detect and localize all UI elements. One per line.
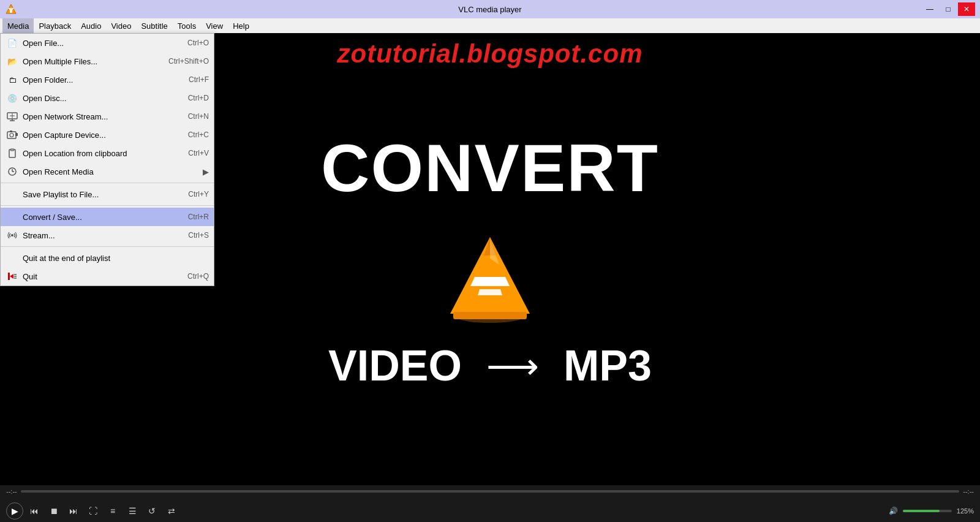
playlist-button[interactable]: ☰ bbox=[124, 502, 141, 520]
volume-label: 125% bbox=[957, 507, 974, 515]
play-button[interactable]: ▶ bbox=[6, 502, 23, 520]
menu-help[interactable]: Help bbox=[228, 18, 254, 33]
time-right: --:-- bbox=[963, 488, 974, 495]
next-button[interactable]: ⏭ bbox=[65, 502, 82, 520]
menu-media[interactable]: Media bbox=[2, 18, 34, 33]
svg-marker-26 bbox=[470, 277, 510, 286]
menu-open-disc[interactable]: 💿 Open Disc... Ctrl+D bbox=[1, 89, 214, 107]
menubar: Media Playback Audio Video Subtitle Tool… bbox=[0, 18, 980, 33]
svg-point-10 bbox=[10, 134, 13, 137]
controlbar: --:-- --:-- ▶ ⏮ ⏹ ⏭ ⛶ ≡ ☰ ↺ ⇄ 🔊 125% bbox=[0, 485, 980, 522]
close-button[interactable]: ✕ bbox=[958, 2, 975, 16]
open-capture-label: Open Capture Device... bbox=[23, 130, 176, 140]
quit-label: Quit bbox=[23, 272, 175, 281]
video-label: VIDEO bbox=[328, 341, 462, 390]
submenu-arrow: ▶ bbox=[203, 167, 209, 176]
open-capture-shortcut: Ctrl+C bbox=[188, 130, 209, 139]
menu-open-multiple[interactable]: 📂 Open Multiple Files... Ctrl+Shift+O bbox=[1, 52, 214, 70]
svg-rect-11 bbox=[10, 130, 12, 132]
menu-view[interactable]: View bbox=[201, 18, 228, 33]
folder-icon: 🗀 bbox=[6, 74, 19, 86]
convert-icon bbox=[6, 211, 19, 223]
volume-fill bbox=[903, 510, 940, 512]
vlc-cone bbox=[441, 225, 539, 323]
shuffle-button[interactable]: ⇄ bbox=[163, 502, 180, 520]
stream-shortcut: Ctrl+S bbox=[188, 231, 209, 240]
stop-button[interactable]: ⏹ bbox=[45, 502, 62, 520]
stream-label: Stream... bbox=[23, 231, 176, 240]
menu-open-capture[interactable]: Open Capture Device... Ctrl+C bbox=[1, 126, 214, 144]
loop-button[interactable]: ↺ bbox=[143, 502, 160, 520]
open-multiple-label: Open Multiple Files... bbox=[23, 57, 156, 66]
quit-end-icon bbox=[6, 252, 19, 264]
svg-point-18 bbox=[11, 234, 13, 236]
svg-rect-2 bbox=[9, 8, 13, 9]
window-title: VLC media player bbox=[458, 5, 521, 14]
maximize-button[interactable]: □ bbox=[940, 2, 957, 16]
clipboard-icon bbox=[6, 147, 19, 159]
svg-rect-19 bbox=[8, 273, 10, 280]
menu-subtitle[interactable]: Subtitle bbox=[136, 18, 172, 33]
volume-track[interactable] bbox=[903, 510, 952, 512]
quit-end-label: Quit at the end of playlist bbox=[23, 254, 197, 263]
menu-open-file[interactable]: 📄 Open File... Ctrl+O bbox=[1, 34, 214, 52]
open-recent-label: Open Recent Media bbox=[23, 167, 203, 176]
open-network-shortcut: Ctrl+N bbox=[188, 112, 209, 121]
menu-open-recent[interactable]: Open Recent Media ▶ bbox=[1, 162, 214, 181]
file-icon: 📄 bbox=[6, 37, 19, 49]
titlebar: VLC media player — □ ✕ bbox=[0, 0, 980, 18]
vlc-app-icon bbox=[5, 3, 17, 15]
tutorial-watermark: zotutorial.blogspot.com bbox=[337, 39, 643, 69]
open-clipboard-label: Open Location from clipboard bbox=[23, 149, 176, 158]
menu-quit[interactable]: Quit Ctrl+Q bbox=[1, 267, 214, 286]
convert-heading: CONVERT bbox=[321, 129, 659, 206]
disc-icon: 💿 bbox=[6, 92, 19, 104]
open-file-label: Open File... bbox=[23, 39, 175, 48]
separator-2 bbox=[1, 205, 214, 206]
svg-rect-3 bbox=[9, 9, 13, 10]
minimize-button[interactable]: — bbox=[921, 2, 938, 16]
svg-marker-20 bbox=[10, 274, 13, 279]
open-clipboard-shortcut: Ctrl+V bbox=[188, 149, 209, 157]
open-network-label: Open Network Stream... bbox=[23, 112, 176, 121]
save-playlist-shortcut: Ctrl+Y bbox=[188, 190, 209, 199]
open-disc-label: Open Disc... bbox=[23, 94, 176, 103]
arrow-icon: ⟶ bbox=[486, 344, 539, 387]
save-playlist-label: Save Playlist to File... bbox=[23, 190, 176, 199]
open-disc-shortcut: Ctrl+D bbox=[188, 94, 209, 102]
menu-open-folder[interactable]: 🗀 Open Folder... Ctrl+F bbox=[1, 70, 214, 89]
progress-row: --:-- --:-- bbox=[6, 488, 974, 495]
progress-track[interactable] bbox=[21, 490, 960, 493]
prev-button[interactable]: ⏮ bbox=[26, 502, 43, 520]
menu-tools[interactable]: Tools bbox=[173, 18, 201, 33]
controls-row: ▶ ⏮ ⏹ ⏭ ⛶ ≡ ☰ ↺ ⇄ 🔊 125% bbox=[6, 502, 974, 520]
quit-shortcut: Ctrl+Q bbox=[187, 272, 209, 281]
menu-open-clipboard[interactable]: Open Location from clipboard Ctrl+V bbox=[1, 144, 214, 162]
bottom-row: VIDEO ⟶ MP3 bbox=[328, 341, 652, 390]
open-folder-label: Open Folder... bbox=[23, 75, 176, 85]
menu-convert-save[interactable]: Convert / Save... Ctrl+R bbox=[1, 208, 214, 226]
media-dropdown: 📄 Open File... Ctrl+O 📂 Open Multiple Fi… bbox=[0, 33, 214, 286]
menu-video[interactable]: Video bbox=[106, 18, 136, 33]
open-multiple-shortcut: Ctrl+Shift+O bbox=[168, 57, 209, 66]
menu-playback[interactable]: Playback bbox=[34, 18, 76, 33]
convert-save-shortcut: Ctrl+R bbox=[188, 213, 209, 221]
convert-save-label: Convert / Save... bbox=[23, 213, 176, 222]
svg-rect-29 bbox=[453, 312, 527, 319]
menu-quit-end[interactable]: Quit at the end of playlist bbox=[1, 249, 214, 267]
multifile-icon: 📂 bbox=[6, 55, 19, 67]
capture-icon bbox=[6, 129, 19, 141]
fullscreen-button[interactable]: ⛶ bbox=[85, 502, 102, 520]
svg-marker-27 bbox=[478, 289, 502, 295]
menu-stream[interactable]: Stream... Ctrl+S bbox=[1, 226, 214, 244]
open-folder-shortcut: Ctrl+F bbox=[189, 75, 209, 84]
svg-rect-12 bbox=[15, 133, 18, 136]
menu-open-network[interactable]: Open Network Stream... Ctrl+N bbox=[1, 107, 214, 126]
menu-save-playlist[interactable]: Save Playlist to File... Ctrl+Y bbox=[1, 185, 214, 203]
save-playlist-icon bbox=[6, 188, 19, 200]
extended-settings-button[interactable]: ≡ bbox=[104, 502, 121, 520]
stream-icon bbox=[6, 229, 19, 241]
svg-rect-14 bbox=[10, 149, 14, 151]
menu-audio[interactable]: Audio bbox=[76, 18, 106, 33]
window-controls: — □ ✕ bbox=[921, 2, 975, 16]
